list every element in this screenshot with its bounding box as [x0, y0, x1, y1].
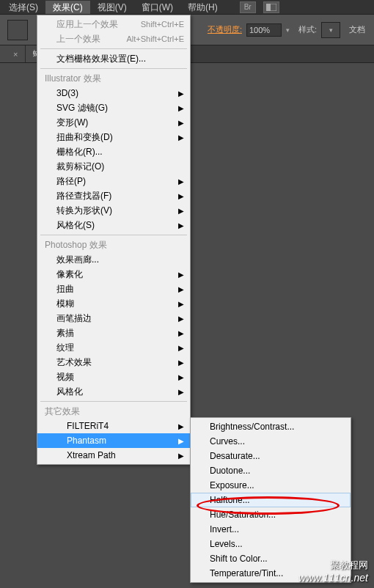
submenu-arrow-icon: ▶: [178, 207, 184, 215]
submenu-item-duotone[interactable]: Duotone...: [191, 463, 351, 478]
close-icon[interactable]: ×: [13, 50, 18, 59]
menu-item-rasterize[interactable]: 栅格化(R)...: [37, 144, 190, 159]
submenu-arrow-icon: ▶: [178, 89, 184, 98]
submenu-arrow-icon: ▶: [178, 300, 184, 308]
menu-item-apply-last: 应用上一个效果 Shift+Ctrl+E: [37, 17, 190, 32]
menu-separator: [40, 235, 187, 235]
submenu-item-desaturate[interactable]: Desaturate...: [191, 449, 351, 463]
menu-item-phantasm[interactable]: Phantasm▶: [37, 433, 190, 448]
submenu-item-levels[interactable]: Levels...: [191, 537, 351, 551]
submenu-item-brightness[interactable]: Brightness/Contrast...: [191, 419, 351, 434]
submenu-item-exposure[interactable]: Exposure...: [191, 478, 351, 493]
submenu-arrow-icon: ▶: [178, 271, 184, 279]
submenu-item-invert[interactable]: Invert...: [191, 522, 351, 537]
menu-item-pixelate[interactable]: 像素化▶: [37, 267, 190, 282]
submenu-arrow-icon: ▶: [178, 359, 184, 367]
menu-item-xtream-path[interactable]: Xtream Path▶: [37, 448, 190, 463]
menu-item-gallery[interactable]: 效果画廊...: [37, 252, 190, 267]
menu-item-path[interactable]: 路径(P)▶: [37, 174, 190, 188]
style-label: 样式:: [298, 24, 317, 35]
svg-rect-1: [266, 4, 271, 11]
menu-item-artistic[interactable]: 艺术效果▶: [37, 355, 190, 370]
style-button[interactable]: ▾: [321, 22, 340, 38]
menu-item-cropmarks[interactable]: 裁剪标记(O): [37, 159, 190, 174]
submenu-arrow-icon: ▶: [178, 373, 184, 381]
menu-item-pathfinder[interactable]: 路径查找器(F)▶: [37, 188, 190, 203]
menu-section-other: 其它效果: [37, 404, 190, 419]
submenu-item-hue-saturation[interactable]: Hue/Saturation...: [191, 507, 351, 522]
submenu-arrow-icon: ▶: [178, 329, 184, 337]
menu-window[interactable]: 窗口(W): [134, 1, 180, 14]
menu-section-photoshop: Photoshop 效果: [37, 238, 190, 252]
menu-item-video[interactable]: 视频▶: [37, 370, 190, 384]
layout-button[interactable]: [263, 1, 279, 13]
document-tab[interactable]: ×: [0, 45, 26, 62]
menu-effect[interactable]: 效果(C): [45, 1, 90, 14]
submenu-arrow-icon: ▶: [178, 422, 184, 430]
submenu-arrow-icon: ▶: [178, 452, 184, 460]
menu-item-last-effect: 上一个效果 Alt+Shift+Ctrl+E: [37, 32, 190, 46]
submenu-item-curves[interactable]: Curves...: [191, 434, 351, 449]
menu-separator: [40, 68, 187, 69]
document-label[interactable]: 文档: [349, 24, 365, 35]
submenu-arrow-icon: ▶: [178, 133, 184, 142]
menu-item-stylize-ai[interactable]: 风格化(S)▶: [37, 218, 190, 232]
menu-item-brush[interactable]: 画笔描边▶: [37, 311, 190, 326]
submenu-arrow-icon: ▶: [178, 315, 184, 323]
menu-help[interactable]: 帮助(H): [180, 1, 225, 14]
menu-item-3d[interactable]: 3D(3)▶: [37, 86, 190, 100]
opacity-input[interactable]: [246, 23, 282, 37]
menu-item-svg[interactable]: SVG 滤镜(G)▶: [37, 100, 190, 115]
fill-swatch[interactable]: [7, 20, 28, 40]
submenu-arrow-icon: ▶: [178, 344, 184, 352]
menu-separator: [40, 401, 187, 402]
menu-separator: [40, 48, 187, 49]
menu-item-convert-shape[interactable]: 转换为形状(V)▶: [37, 203, 190, 218]
submenu-arrow-icon: ▶: [178, 388, 184, 396]
menu-item-filterit4[interactable]: FILTERiT4▶: [37, 419, 190, 433]
menu-section-illustrator: Illustrator 效果: [37, 71, 190, 86]
menu-select[interactable]: 选择(S): [1, 1, 45, 14]
menu-item-blur[interactable]: 模糊▶: [37, 296, 190, 311]
submenu-arrow-icon: ▶: [178, 119, 184, 127]
submenu-arrow-icon: ▶: [178, 104, 184, 112]
effect-menu: 应用上一个效果 Shift+Ctrl+E 上一个效果 Alt+Shift+Ctr…: [37, 15, 191, 465]
submenu-arrow-icon: ▶: [178, 177, 184, 185]
menu-view[interactable]: 视图(V): [90, 1, 134, 14]
menu-item-sketch[interactable]: 素描▶: [37, 326, 190, 340]
menu-item-distort-ps[interactable]: 扭曲▶: [37, 282, 190, 296]
submenu-arrow-icon: ▶: [178, 437, 184, 445]
menu-item-stylize-ps[interactable]: 风格化▶: [37, 384, 190, 399]
menu-item-texture[interactable]: 纹理▶: [37, 340, 190, 355]
menu-item-doc-raster[interactable]: 文档栅格效果设置(E)...: [37, 51, 190, 66]
menu-item-distort[interactable]: 扭曲和变换(D)▶: [37, 130, 190, 144]
watermark: 聚教程网 www.111cn.net: [298, 559, 368, 584]
submenu-arrow-icon: ▶: [178, 192, 184, 200]
menubar: 选择(S) 效果(C) 视图(V) 窗口(W) 帮助(H) Br: [0, 0, 374, 15]
submenu-item-halftone[interactable]: Halftone...: [191, 493, 351, 507]
menu-item-warp[interactable]: 变形(W)▶: [37, 115, 190, 130]
opacity-label[interactable]: 不透明度:: [208, 24, 242, 35]
chevron-down-icon[interactable]: ▾: [286, 26, 290, 34]
chevron-down-icon: ▾: [329, 26, 333, 34]
bridge-button[interactable]: Br: [240, 1, 256, 13]
submenu-arrow-icon: ▶: [178, 221, 184, 229]
submenu-arrow-icon: ▶: [178, 285, 184, 293]
